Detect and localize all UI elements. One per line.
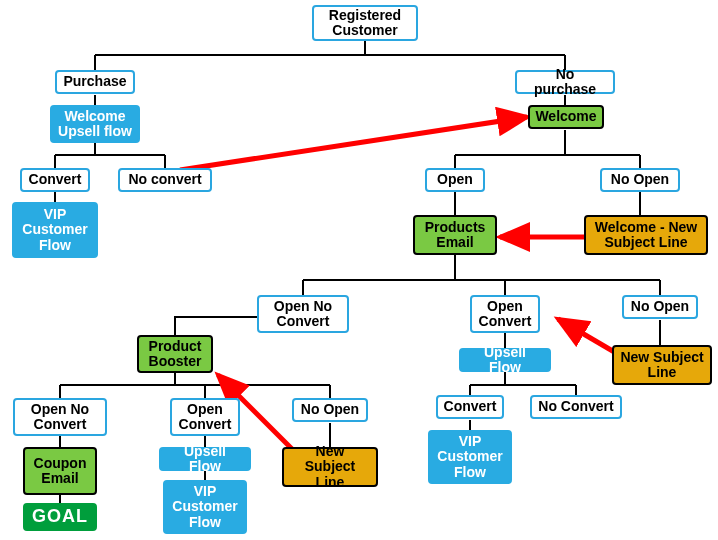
node-no-open-2: No Open — [622, 295, 698, 319]
node-products-email: Products Email — [413, 215, 497, 255]
label: VIP Customer Flow — [20, 207, 90, 253]
node-vip-flow-4: VIP Customer Flow — [163, 480, 247, 534]
node-no-open-1: No Open — [600, 168, 680, 192]
node-upsell-flow-4: Upsell Flow — [159, 447, 251, 471]
label: Convert — [444, 399, 497, 414]
label: Open Convert — [478, 299, 532, 330]
node-new-subject-2: New Subject Line — [612, 345, 712, 385]
node-no-convert-3: No Convert — [530, 395, 622, 419]
node-coupon-email: Coupon Email — [23, 447, 97, 495]
label: Open No Convert — [21, 402, 99, 433]
node-vip-flow-3: VIP Customer Flow — [428, 430, 512, 484]
label: New Subject Line — [290, 444, 370, 490]
label: Product Booster — [145, 339, 205, 370]
label: Open No Convert — [265, 299, 341, 330]
node-convert-3: Convert — [436, 395, 504, 419]
node-open-no-convert-4: Open No Convert — [13, 398, 107, 436]
node-welcome-upsell-flow: Welcome Upsell flow — [50, 105, 140, 143]
label: Upsell Flow — [467, 345, 543, 376]
label: No Open — [301, 402, 359, 417]
node-vip-flow-1: VIP Customer Flow — [12, 202, 98, 258]
node-no-convert-1: No convert — [118, 168, 212, 192]
label: No Open — [631, 299, 689, 314]
label: New Subject Line — [620, 350, 704, 381]
node-open-1: Open — [425, 168, 485, 192]
label: VIP Customer Flow — [436, 434, 504, 480]
node-open-convert-2: Open Convert — [470, 295, 540, 333]
label: Welcome — [535, 109, 596, 124]
node-welcome: Welcome — [528, 105, 604, 129]
node-goal: GOAL — [23, 503, 97, 531]
node-welcome-new-subject: Welcome - New Subject Line — [584, 215, 708, 255]
label: VIP Customer Flow — [171, 484, 239, 530]
label: No convert — [128, 172, 201, 187]
label: Registered Customer — [320, 8, 410, 39]
node-purchase: Purchase — [55, 70, 135, 94]
label: Upsell Flow — [167, 444, 243, 475]
label: Convert — [29, 172, 82, 187]
label: Open — [437, 172, 473, 187]
label: GOAL — [32, 507, 88, 527]
node-convert-1: Convert — [20, 168, 90, 192]
node-upsell-flow-2: Upsell Flow — [459, 348, 551, 372]
node-no-purchase: No purchase — [515, 70, 615, 94]
label: Welcome Upsell flow — [58, 109, 132, 140]
label: Products Email — [421, 220, 489, 251]
node-no-open-4: No Open — [292, 398, 368, 422]
label: Open Convert — [178, 402, 232, 433]
node-new-subject-4: New Subject Line — [282, 447, 378, 487]
label: No Convert — [538, 399, 613, 414]
label: No Open — [611, 172, 669, 187]
label: Welcome - New Subject Line — [592, 220, 700, 251]
label: Coupon Email — [31, 456, 89, 487]
node-product-booster: Product Booster — [137, 335, 213, 373]
node-open-convert-4: Open Convert — [170, 398, 240, 436]
label: No purchase — [523, 67, 607, 98]
node-registered-customer: Registered Customer — [312, 5, 418, 41]
node-open-no-convert-2: Open No Convert — [257, 295, 349, 333]
label: Purchase — [63, 74, 126, 89]
